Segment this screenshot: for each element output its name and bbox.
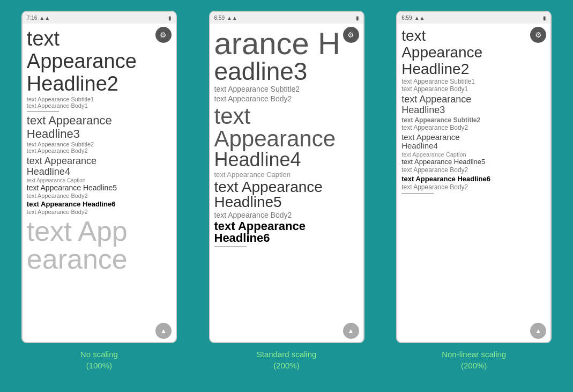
body2b-text-3: text Appearance Body2 xyxy=(401,166,546,174)
status-bar-2: 6:59 ▲▲ ▮ xyxy=(210,12,363,24)
headline1-text-3: textAppearanceHeadline2 xyxy=(401,28,546,77)
headline6-text-1: text Appearance Headline6 xyxy=(27,200,172,208)
time-3: 6:59 xyxy=(401,15,412,21)
status-bar-3: 6:59 ▲▲ ▮ xyxy=(397,12,550,24)
caption-text-3: text Appearance Caption xyxy=(401,151,546,158)
caption-2: Standard scaling(200%) xyxy=(257,349,317,371)
caption-1: No scaling(100%) xyxy=(80,349,118,371)
subtitle2-text-1: text Appearance Subtitle2 xyxy=(27,141,172,147)
display-text-1: text Appearance xyxy=(27,217,172,273)
body1-text-1: text Appearance Body1 xyxy=(27,102,172,109)
phone-frame-3: 6:59 ▲▲ ▮ ⚙ textAppearanceHeadline2 text… xyxy=(396,11,552,343)
headline3-text-1: text AppearanceHeadline3 xyxy=(27,114,172,140)
time-2: 6:59 xyxy=(214,15,225,21)
body2-text-2: text Appearance Body2 xyxy=(214,211,359,219)
headline4-text-1: text AppearanceHeadline4 xyxy=(27,156,172,177)
caption-text-2: text Appearance Caption xyxy=(214,171,359,179)
subtitle1-text-3: text Appearance Subtitle1 xyxy=(401,78,546,85)
body1-text-2: text Appearance Body2 xyxy=(214,94,359,103)
subtitle2-text-3: text Appearance Subtitle2 xyxy=(401,116,546,124)
bottom-nav-2[interactable]: ▲ xyxy=(343,323,359,339)
screen-content-1: ⚙ textAppearanceHeadline2 text Appearanc… xyxy=(23,24,176,342)
bottom-nav-1[interactable]: ▲ xyxy=(155,323,172,339)
screen-content-2: ⚙ arance H eadline3 text Appearance Subt… xyxy=(210,24,363,342)
headline3-large-2: eadline3 xyxy=(214,59,359,84)
signal-icon-1: ▲▲ xyxy=(39,15,50,21)
caption-3: Non-linear scaling(200%) xyxy=(442,349,506,371)
phone-frame-2: 6:59 ▲▲ ▮ ⚙ arance H eadline3 text Appea… xyxy=(209,11,364,343)
headline4-text-2: Headline4 xyxy=(214,150,359,169)
display-text-2b: Appearance xyxy=(214,128,359,150)
headline4-text-3: text AppearanceHeadline4 xyxy=(401,133,546,151)
subtitle1-text-2: text Appearance Subtitle2 xyxy=(214,85,359,93)
phone-column-1: 7:16 ▲▲ ▮ ⚙ textAppearanceHeadline2 text… xyxy=(5,11,193,371)
headline5-text-3: text Appearance Headline5 xyxy=(401,158,546,166)
gear-button-1[interactable]: ⚙ xyxy=(155,27,172,43)
body2c-text-3: text Appearance Body2 xyxy=(401,183,546,191)
body2-text-3: text Appearance Body2 xyxy=(401,124,546,131)
divider-2 xyxy=(214,246,247,247)
headline-large-2: arance H xyxy=(214,28,359,59)
headline5-text-2: text AppearanceHeadline5 xyxy=(214,180,359,210)
gear-button-3[interactable]: ⚙ xyxy=(530,27,546,43)
headline6-text-3: text Appearance Headline6 xyxy=(401,175,546,183)
phone-frame-1: 7:16 ▲▲ ▮ ⚙ textAppearanceHeadline2 text… xyxy=(21,11,177,343)
signal-icon-2: ▲▲ xyxy=(227,15,237,21)
body2b-text-1: text Appearance Body2 xyxy=(27,193,172,199)
caption-text-1: text Appearance Caption xyxy=(27,177,172,183)
body2c-text-1: text Appearance Body2 xyxy=(27,209,172,215)
display-text-2a: text xyxy=(214,105,359,128)
body2-text-1: text Appearance Body2 xyxy=(27,147,172,154)
headline3-text-3: text AppearanceHeadline3 xyxy=(401,94,546,116)
gear-button-2[interactable]: ⚙ xyxy=(343,27,359,43)
status-bar-1: 7:16 ▲▲ ▮ xyxy=(23,12,176,24)
divider-3 xyxy=(401,193,434,194)
battery-icon-2: ▮ xyxy=(356,15,359,21)
outer-container: 7:16 ▲▲ ▮ ⚙ textAppearanceHeadline2 text… xyxy=(0,0,573,392)
screen-content-3: ⚙ textAppearanceHeadline2 text Appearanc… xyxy=(397,24,550,342)
headline6-text-2: text AppearanceHeadline6 xyxy=(214,220,359,244)
divider-1a xyxy=(27,111,59,112)
headline1-text-1: textAppearanceHeadline2 xyxy=(27,28,172,95)
bottom-nav-3[interactable]: ▲ xyxy=(530,323,546,339)
battery-icon-1: ▮ xyxy=(168,15,172,21)
signal-icon-3: ▲▲ xyxy=(414,15,425,21)
body1-text-3: text Appearance Body1 xyxy=(401,85,546,93)
phone-column-3: 6:59 ▲▲ ▮ ⚙ textAppearanceHeadline2 text… xyxy=(380,11,568,371)
phone-column-2: 6:59 ▲▲ ▮ ⚙ arance H eadline3 text Appea… xyxy=(193,11,381,371)
headline5-text-1: text Appearance Headline5 xyxy=(27,183,172,192)
subtitle1-text-1: text Appearance Subtitle1 xyxy=(27,96,172,102)
time-1: 7:16 xyxy=(27,15,37,21)
battery-icon-3: ▮ xyxy=(543,15,546,21)
